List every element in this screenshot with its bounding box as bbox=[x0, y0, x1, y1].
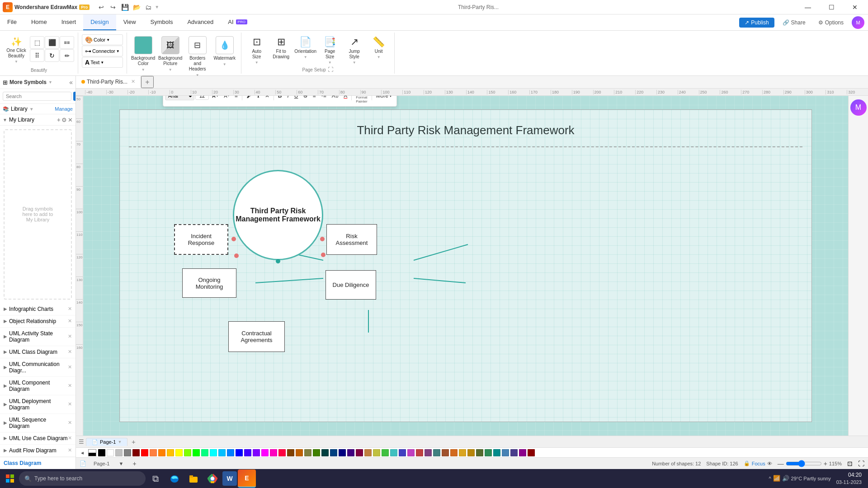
save-button[interactable]: 💾 bbox=[119, 2, 130, 13]
close-icon[interactable]: ✕ bbox=[68, 306, 72, 312]
node-due-diligence[interactable]: Due Diligence bbox=[326, 270, 376, 300]
color-swatch[interactable] bbox=[158, 449, 165, 456]
increase-font-btn[interactable]: A+ bbox=[210, 96, 221, 100]
taskbar-edge-btn[interactable] bbox=[165, 469, 184, 488]
color-swatch[interactable] bbox=[510, 449, 518, 456]
menu-insert[interactable]: Insert bbox=[54, 14, 84, 30]
color-swatch[interactable] bbox=[261, 449, 269, 456]
color-swatch[interactable] bbox=[184, 449, 191, 456]
options-button[interactable]: ⚙ Options bbox=[814, 18, 848, 28]
page-setup-expand-icon[interactable]: ⛶ bbox=[328, 66, 333, 73]
sidebar-item-uml-activity[interactable]: ▶ UML Activity State Diagram ✕ bbox=[0, 328, 75, 346]
orientation-btn[interactable]: 📄 Orientation ▼ bbox=[294, 34, 317, 61]
search-input[interactable] bbox=[3, 92, 71, 101]
color-swatch[interactable] bbox=[330, 449, 337, 456]
undo-button[interactable]: ↩ bbox=[96, 2, 107, 13]
center-node[interactable]: Third Party RiskManagement Framework bbox=[233, 170, 323, 260]
ai-assistant-btn[interactable]: M bbox=[850, 99, 867, 116]
color-swatch[interactable] bbox=[433, 449, 440, 456]
text-dropdown-btn[interactable]: A Text ▼ bbox=[82, 57, 123, 68]
color-swatch[interactable] bbox=[115, 449, 123, 456]
align-btn2[interactable]: ≡≡ bbox=[60, 36, 74, 49]
color-swatch[interactable] bbox=[382, 449, 389, 456]
align-btn[interactable]: ≡ bbox=[232, 96, 240, 100]
borders-headers-btn[interactable]: ⊟ Borders andHeaders ▼ bbox=[185, 34, 210, 79]
sidebar-item-audit-flow[interactable]: ▶ Audit Flow Diagram ✕ bbox=[0, 445, 75, 457]
network-icon[interactable]: 📶 bbox=[773, 475, 780, 482]
my-library-close-btn[interactable]: ✕ bbox=[68, 116, 73, 123]
menu-design[interactable]: Design bbox=[83, 14, 116, 30]
close-icon[interactable]: ✕ bbox=[68, 401, 72, 407]
align-btn[interactable]: ⬛ bbox=[45, 36, 59, 49]
my-library-settings-btn[interactable]: ⚙ bbox=[61, 116, 67, 123]
node-contractual-agreements[interactable]: ContractualAgreements bbox=[228, 321, 285, 352]
color-swatch[interactable] bbox=[278, 449, 286, 456]
close-btn[interactable]: ✕ bbox=[844, 0, 865, 14]
no-fill-swatch[interactable] bbox=[88, 449, 96, 456]
text-color-btn[interactable]: A bbox=[341, 96, 349, 100]
app-logo[interactable]: E Wondershare EdrawMax Pro bbox=[3, 2, 90, 12]
page-nav-icon[interactable]: ☰ bbox=[78, 437, 85, 446]
color-swatch[interactable] bbox=[244, 449, 251, 456]
node-incident-response[interactable]: IncidentResponse bbox=[174, 224, 228, 255]
color-swatch[interactable] bbox=[459, 449, 466, 456]
more-btn[interactable]: More ▼ bbox=[374, 96, 395, 100]
color-swatch[interactable] bbox=[218, 449, 226, 456]
color-swatch[interactable] bbox=[287, 449, 294, 456]
color-swatch[interactable] bbox=[399, 449, 406, 456]
color-swatch[interactable] bbox=[493, 449, 500, 456]
taskbar-edrawmax-btn[interactable]: E bbox=[238, 469, 256, 488]
distribute-btn[interactable]: ⠿ bbox=[30, 49, 44, 62]
redo-button[interactable]: ↪ bbox=[108, 2, 118, 13]
color-swatch[interactable] bbox=[132, 449, 140, 456]
menu-file[interactable]: File bbox=[0, 14, 24, 30]
focus-label[interactable]: Focus bbox=[752, 461, 765, 466]
color-swatch[interactable] bbox=[502, 449, 509, 456]
rotate-btn[interactable]: ↻ bbox=[45, 49, 59, 62]
my-library-expand-icon[interactable]: ▼ bbox=[3, 117, 7, 122]
my-library-add-btn[interactable]: + bbox=[57, 116, 61, 123]
close-icon[interactable]: ✕ bbox=[68, 349, 72, 355]
sidebar-item-uml-class[interactable]: ▶ UML Class Diagram ✕ bbox=[0, 346, 75, 358]
publish-button[interactable]: ↗ Publish bbox=[739, 18, 774, 28]
one-click-beautify-btn[interactable]: ✨ One ClickBeautify ▼ bbox=[4, 34, 29, 66]
close-icon[interactable]: ✕ bbox=[68, 383, 72, 389]
speaker-icon[interactable]: 🔊 bbox=[782, 475, 789, 482]
canvas[interactable]: Third Party Risk Management Framework Ar… bbox=[83, 96, 848, 436]
bullet-list-btn[interactable]: ≡ bbox=[310, 96, 318, 100]
color-swatch[interactable] bbox=[425, 449, 432, 456]
fullscreen-btn[interactable]: ⛶ bbox=[858, 460, 864, 467]
color-swatch[interactable] bbox=[347, 449, 354, 456]
diagram-area[interactable]: Third Party Risk Management Framework Ar… bbox=[119, 109, 812, 422]
sidebar-item-object-rel[interactable]: ▶ Object Relationship ✕ bbox=[0, 315, 75, 328]
format-painter-btn[interactable]: 🖌 FormatPainter bbox=[354, 96, 369, 104]
format-painter-icon-btn[interactable]: 🖌 bbox=[244, 96, 254, 100]
color-swatch[interactable] bbox=[270, 449, 277, 456]
unordered-list-btn[interactable]: •≡ bbox=[319, 96, 328, 100]
auto-size-btn[interactable]: ⊡ AutoSize ▼ bbox=[245, 34, 269, 66]
color-swatch[interactable] bbox=[201, 449, 208, 456]
close-icon[interactable]: ✕ bbox=[68, 435, 72, 441]
connector-dropdown-btn[interactable]: ⊶ Connector ▼ bbox=[82, 46, 123, 56]
fit-to-drawing-btn[interactable]: ⊞ Fit toDrawing bbox=[269, 34, 293, 61]
color-swatch[interactable] bbox=[210, 449, 217, 456]
color-swatch[interactable] bbox=[476, 449, 483, 456]
sidebar-item-uml-component[interactable]: ▶ UML Component Diagram ✕ bbox=[0, 377, 75, 395]
italic-btn[interactable]: I bbox=[285, 96, 291, 100]
open-button[interactable]: 📂 bbox=[131, 2, 142, 13]
recover-button[interactable]: 🗂 bbox=[143, 2, 154, 13]
color-swatch[interactable] bbox=[313, 449, 320, 456]
sidebar-item-uml-use-case[interactable]: ▶ UML Use Case Diagram ✕ bbox=[0, 432, 75, 445]
tab-main[interactable]: Third-Party Ris... ✕ bbox=[76, 76, 141, 88]
sidebar-item-infographic[interactable]: ▶ Infographic Charts ✕ bbox=[0, 303, 75, 315]
taskbar-explorer-btn[interactable] bbox=[184, 469, 203, 488]
font-select[interactable]: Arial bbox=[165, 96, 194, 100]
color-swatch[interactable] bbox=[407, 449, 415, 456]
close-icon[interactable]: ✕ bbox=[68, 364, 72, 370]
color-swatch[interactable] bbox=[124, 449, 131, 456]
tab-add-button[interactable]: + bbox=[141, 76, 154, 88]
font-size-input[interactable] bbox=[195, 96, 209, 100]
close-icon[interactable]: ✕ bbox=[68, 318, 72, 324]
node-ongoing-monitoring[interactable]: OngoingMonitoring bbox=[182, 268, 236, 298]
color-swatch[interactable] bbox=[253, 449, 260, 456]
